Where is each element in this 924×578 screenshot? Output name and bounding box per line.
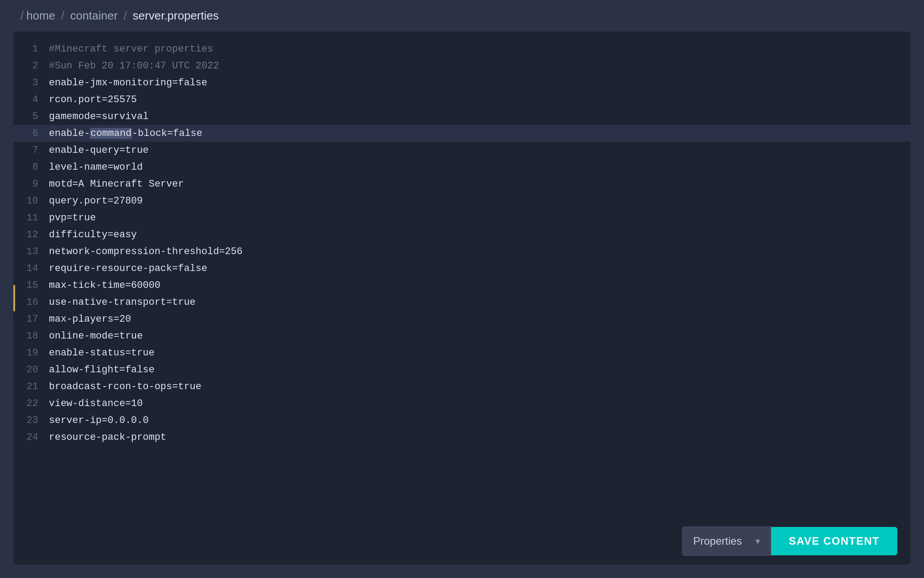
editor-container: 1 #Minecraft server properties 2 #Sun Fe… <box>13 32 911 565</box>
code-line-10: 10 query.port=27809 <box>13 192 911 209</box>
line-number-11: 11 <box>13 212 49 223</box>
line-number-19: 19 <box>13 347 49 359</box>
code-line-15: 15 max-tick-time=60000 <box>13 277 911 294</box>
line-content-9: motd=A Minecraft Server <box>49 179 911 190</box>
code-line-9: 9 motd=A Minecraft Server <box>13 175 911 192</box>
line-number-23: 23 <box>13 415 49 426</box>
code-line-16: 16 use-native-transport=true <box>13 294 911 311</box>
line-number-12: 12 <box>13 229 49 240</box>
line-content-7: enable-query=true <box>49 145 911 156</box>
line-number-21: 21 <box>13 381 49 392</box>
breadcrumb: / home / container / server.properties <box>0 0 924 32</box>
line-content-12: difficulty=easy <box>49 229 911 240</box>
code-line-12: 12 difficulty=easy <box>13 226 911 243</box>
code-line-22: 22 view-distance=10 <box>13 395 911 412</box>
line-number-8: 8 <box>13 162 49 173</box>
line-number-6: 6 <box>13 128 49 139</box>
code-line-8: 8 level-name=world <box>13 159 911 175</box>
line-content-14: require-resource-pack=false <box>49 263 911 274</box>
code-line-14: 14 require-resource-pack=false <box>13 260 911 277</box>
line-content-15: max-tick-time=60000 <box>49 280 911 291</box>
code-line-19: 19 enable-status=true <box>13 344 911 361</box>
line-content-8: level-name=world <box>49 162 911 173</box>
line-content-4: rcon.port=25575 <box>49 94 911 105</box>
line-number-4: 4 <box>13 94 49 105</box>
code-line-1: 1 #Minecraft server properties <box>13 40 911 57</box>
code-line-2: 2 #Sun Feb 20 17:00:47 UTC 2022 <box>13 57 911 74</box>
line-content-6: enable-command-block=false <box>49 128 911 139</box>
line-number-15: 15 <box>13 280 49 291</box>
line-content-19: enable-status=true <box>49 347 911 359</box>
code-line-7: 7 enable-query=true <box>13 142 911 159</box>
breadcrumb-separator-1: / <box>20 9 24 23</box>
line-content-17: max-players=20 <box>49 314 911 325</box>
breadcrumb-separator-2: / <box>58 9 68 23</box>
line-number-16: 16 <box>13 297 49 308</box>
line-content-22: view-distance=10 <box>49 398 911 409</box>
code-editor[interactable]: 1 #Minecraft server properties 2 #Sun Fe… <box>13 32 911 565</box>
line-number-17: 17 <box>13 314 49 325</box>
save-content-button[interactable]: SAVE CONTENT <box>771 527 897 555</box>
line-content-24: resource-pack-prompt <box>49 432 911 443</box>
dropdown-label: Properties <box>693 535 742 547</box>
line-number-9: 9 <box>13 179 49 190</box>
code-line-3: 3 enable-jmx-monitoring=false <box>13 74 911 91</box>
code-line-6: 6 enable-command-block=false <box>13 125 911 142</box>
line-content-18: online-mode=true <box>49 331 911 342</box>
code-line-5: 5 gamemode=survival <box>13 108 911 125</box>
bottom-bar: Properties ▾ SAVE CONTENT <box>669 518 911 565</box>
line-number-5: 5 <box>13 111 49 122</box>
left-accent-decoration <box>13 285 15 311</box>
code-line-18: 18 online-mode=true <box>13 327 911 344</box>
breadcrumb-container[interactable]: container <box>70 9 118 23</box>
line-number-20: 20 <box>13 364 49 375</box>
line-number-13: 13 <box>13 246 49 257</box>
line-number-14: 14 <box>13 263 49 274</box>
line-content-13: network-compression-threshold=256 <box>49 246 911 257</box>
breadcrumb-separator-3: / <box>120 9 130 23</box>
code-line-13: 13 network-compression-threshold=256 <box>13 243 911 260</box>
code-line-21: 21 broadcast-rcon-to-ops=true <box>13 378 911 395</box>
line-number-3: 3 <box>13 77 49 88</box>
line-number-2: 2 <box>13 60 49 72</box>
line-content-3: enable-jmx-monitoring=false <box>49 77 911 88</box>
line-content-1: #Minecraft server properties <box>49 44 911 55</box>
line-number-1: 1 <box>13 44 49 55</box>
breadcrumb-current-file: server.properties <box>133 9 219 23</box>
breadcrumb-home[interactable]: home <box>26 9 55 23</box>
line-content-2: #Sun Feb 20 17:00:47 UTC 2022 <box>49 60 911 72</box>
line-number-24: 24 <box>13 432 49 443</box>
chevron-down-icon: ▾ <box>756 536 760 546</box>
line-number-22: 22 <box>13 398 49 409</box>
line-content-16: use-native-transport=true <box>49 297 911 308</box>
line-number-18: 18 <box>13 331 49 342</box>
code-line-24: 24 resource-pack-prompt <box>13 429 911 446</box>
code-line-4: 4 rcon.port=25575 <box>13 91 911 108</box>
properties-dropdown[interactable]: Properties ▾ <box>682 526 771 556</box>
line-number-7: 7 <box>13 145 49 156</box>
code-line-17: 17 max-players=20 <box>13 311 911 327</box>
code-line-20: 20 allow-flight=false <box>13 361 911 378</box>
highlighted-word-command: command <box>90 128 132 139</box>
line-content-20: allow-flight=false <box>49 364 911 375</box>
code-line-23: 23 server-ip=0.0.0.0 <box>13 412 911 429</box>
line-content-5: gamemode=survival <box>49 111 911 122</box>
line-content-23: server-ip=0.0.0.0 <box>49 415 911 426</box>
line-content-10: query.port=27809 <box>49 195 911 207</box>
line-number-10: 10 <box>13 195 49 207</box>
line-content-21: broadcast-rcon-to-ops=true <box>49 381 911 392</box>
code-line-11: 11 pvp=true <box>13 209 911 226</box>
line-content-11: pvp=true <box>49 212 911 223</box>
